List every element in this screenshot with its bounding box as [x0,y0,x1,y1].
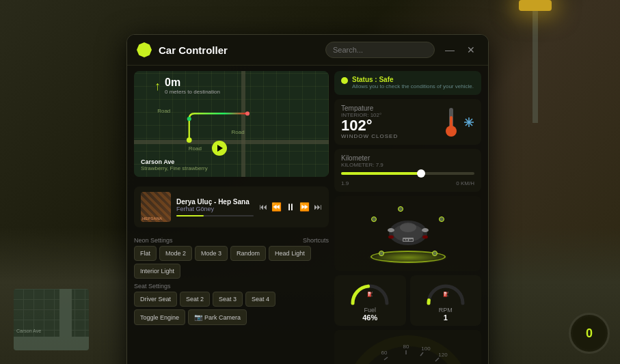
driver-seat-button[interactable]: Driver Seat [134,292,177,307]
rpm-value: 1 [416,313,476,322]
svg-text:SUV 448: SUV 448 [403,239,412,242]
snowflake-icon [463,117,474,128]
svg-point-14 [422,228,429,232]
car-svg: SUV 448 [377,214,439,251]
seat2-button[interactable]: Seat 2 [180,292,210,307]
svg-point-2 [245,111,250,115]
svg-point-1 [187,117,191,121]
app-icon [137,42,152,57]
fuel-gauge: ⛽ Fuel 46% [334,275,406,326]
neon-settings-label: Neon Settings [134,237,173,244]
svg-rect-5 [450,116,453,130]
neon-mode3-button[interactable]: Mode 3 [195,246,228,261]
temp-info: Tempature INTERIOR: 102° 102° WINDOW CLO… [341,104,398,139]
map-play-button[interactable] [212,141,227,156]
close-button[interactable]: ✕ [463,43,479,57]
car-body: SUV 448 [377,214,439,254]
direction-arrow: ↑ [154,80,161,92]
distance-sublabel: 0 meters to destination [165,89,220,95]
bg-streetlight [533,0,538,123]
neon-mode2-button[interactable]: Mode 2 [159,246,192,261]
car-indicator-top [398,206,403,212]
music-info: Derya Uluç - Hep Sana Ferhat Göney [176,198,254,216]
map-address: Carson Ave [141,158,208,165]
shortcut-interior-button[interactable]: Interior Light [134,264,180,279]
svg-point-15 [388,235,394,238]
map-route [163,98,300,151]
search-input[interactable] [325,42,435,58]
km-slider-thumb[interactable] [417,169,425,178]
window-title: Car Controller [159,44,319,56]
svg-point-12 [400,223,416,232]
fuel-label: Fuel [340,307,401,313]
speedometer-card: 20 40 60 80 100 120 [334,330,481,364]
car-indicator-left [371,216,377,222]
km-right-value: 0 KM/H [456,180,474,186]
road-label-3: Road [189,145,202,152]
route-svg [163,98,300,151]
km-values: 1.9 0 KM/H [341,180,474,186]
distance-value: 0m [165,76,220,89]
road-label-1: Road [157,108,170,114]
svg-line-29 [420,352,423,356]
map-footer: Carson Ave Strawberry, Fine strawberry [141,158,208,171]
minimize-button[interactable]: — [442,43,458,57]
bg-minimap-road-h [14,337,89,350]
map-address-sub: Strawberry, Fine strawberry [141,165,208,171]
music-next-button[interactable]: ⏭ [314,202,322,212]
km-label: Kilometer [341,154,474,162]
music-rewind-button[interactable]: ⏪ [271,202,282,212]
temp-value: 102° [341,118,398,133]
music-controls: ⏮ ⏪ ⏸ ⏩ ⏭ [259,201,322,212]
window-controls: — ✕ [442,43,479,57]
seat4-button[interactable]: Seat 4 [245,292,275,307]
neon-flat-button[interactable]: Flat [134,246,157,261]
toggle-engine-button[interactable]: Toggle Engine [134,309,185,325]
bg-speed-hint: 0 [569,313,610,354]
right-column: Status : Safe Allows you to check the co… [334,71,481,364]
music-prev-button[interactable]: ⏮ [259,202,267,212]
km-slider[interactable] [341,172,474,175]
seat-header: Seat Settings [134,283,329,290]
status-indicator [341,77,348,84]
temp-label: Tempature [341,104,398,112]
svg-text:100: 100 [421,346,431,352]
neon-random-button[interactable]: Random [230,246,266,261]
thermometer-svg [442,105,461,139]
rpm-label: RPM [416,307,476,313]
status-label: Status : Safe [352,76,474,83]
rpm-gauge: ⛽ RPM 1 [410,275,482,326]
status-description: Allows you to check the conditions of yo… [352,83,474,90]
park-camera-button[interactable]: 📷 Park Camera [188,309,247,325]
main-window: Car Controller — ✕ [126,34,489,364]
seat3-button[interactable]: Seat 3 [213,292,243,307]
bg-minimap: Carson Ave [14,289,89,350]
camera-icon: 📷 [194,313,202,321]
music-thumbnail: HEPSANA [141,192,171,222]
map-area: ↑ 0m 0 meters to destination Road Road R… [134,71,329,177]
svg-point-0 [187,137,192,143]
shortcut-headlight-button[interactable]: Head Light [269,246,311,261]
music-play-button[interactable]: ⏸ [286,201,295,212]
road-label-2: Road [232,129,245,135]
svg-text:120: 120 [438,352,448,358]
main-layout: ↑ 0m 0 meters to destination Road Road R… [127,66,488,364]
fuel-arc-svg: ⛽ [349,279,390,305]
svg-text:⛽: ⛽ [367,291,373,297]
music-progress-fill [176,215,204,216]
svg-text:⛽: ⛽ [442,291,448,297]
music-title: Derya Uluç - Hep Sana [176,198,254,206]
rpm-arc-svg: ⛽ [425,279,466,305]
music-player: HEPSANA Derya Uluç - Hep Sana Ferhat Gön… [134,186,329,227]
all-settings: Neon Settings Shortcuts Flat Mode 2 Mode… [134,237,329,325]
fuel-value: 46% [340,313,401,322]
temperature-card: Tempature INTERIOR: 102° 102° WINDOW CLO… [334,99,481,145]
bg-minimap-road-v [59,289,72,350]
svg-point-13 [388,228,394,232]
music-progress-bar[interactable] [176,215,254,216]
km-sublabel: KILOMETER: 7.9 [341,162,474,168]
music-forward-button[interactable]: ⏩ [299,202,310,212]
seat-buttons-row: Driver Seat Seat 2 Seat 3 Seat 4 Toggle … [134,292,329,325]
neon-buttons-row: Flat Mode 2 Mode 3 Random Head Light Int… [134,246,329,279]
gauges-row: ⛽ Fuel 46% ⛽ RPM 1 [334,275,481,326]
